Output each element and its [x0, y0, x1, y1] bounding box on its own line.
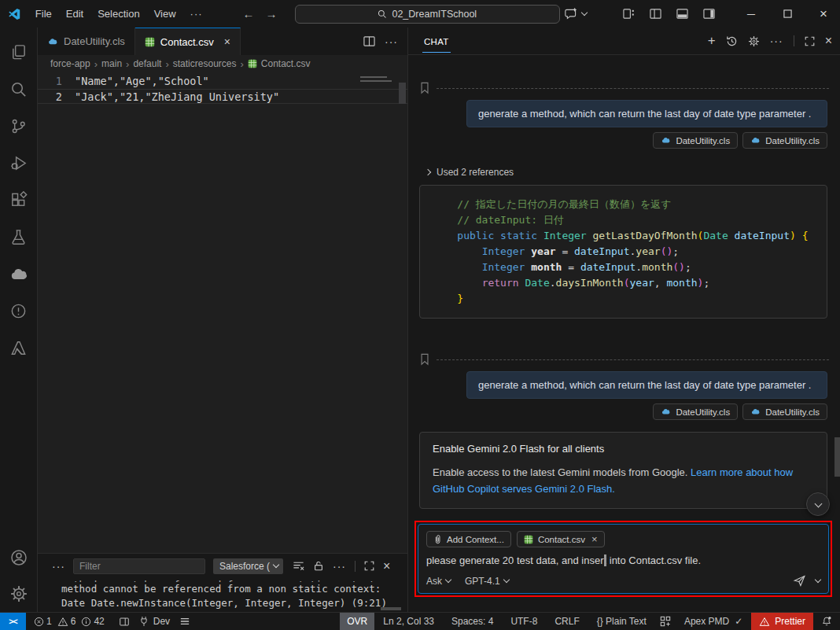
breadcrumb[interactable]: force-app› main› default› staticresource… [38, 55, 407, 72]
editor-tabs: DateUtility.cls Contact.csv × ··· [38, 28, 407, 55]
copilot-icon[interactable] [560, 4, 591, 24]
attachment-chip[interactable]: DateUtility.cls [742, 132, 827, 149]
indentation-status[interactable]: Spaces: 4 [443, 613, 502, 630]
scroll-to-bottom-button[interactable] [806, 492, 830, 516]
prettier-status[interactable]: Prettier [751, 613, 813, 630]
chat-prompt-input[interactable]: please generate 20 test data, and insert… [426, 554, 820, 566]
nav-back-icon[interactable]: ← [243, 7, 255, 20]
toggle-panel-icon[interactable] [670, 4, 694, 24]
panel-more-icon[interactable]: ··· [333, 560, 346, 573]
window-minimize-button[interactable]: ─ [735, 0, 768, 28]
used-references-toggle[interactable]: Used 2 references [426, 167, 840, 178]
eol-status[interactable]: CRLF [546, 613, 588, 630]
remote-indicator[interactable]: >< [0, 613, 26, 630]
cursor-position[interactable]: Ln 2, Col 33 [374, 613, 443, 630]
test-beaker-icon[interactable] [0, 219, 38, 256]
history-icon[interactable] [726, 35, 738, 47]
overtype-indicator[interactable]: OVR [340, 613, 374, 630]
breadcrumb-item[interactable]: Contact.csv [261, 58, 311, 69]
model-dropdown[interactable]: GPT-4.1 [465, 576, 509, 587]
context-file-chip[interactable]: Contact.csv × [517, 531, 605, 547]
user-message[interactable]: generate a method, which can return the … [466, 371, 827, 399]
chat-body: generate a method, which can return the … [408, 55, 840, 612]
window-close-button[interactable]: × [807, 0, 840, 28]
tab-chat[interactable]: CHAT [422, 30, 451, 53]
remove-context-icon[interactable]: × [591, 533, 598, 545]
split-editor-icon[interactable] [363, 35, 375, 47]
source-control-icon[interactable] [0, 108, 38, 145]
user-message[interactable]: generate a method, which can return the … [466, 100, 827, 127]
send-options-icon[interactable] [815, 577, 821, 583]
output-source-dropdown[interactable]: Salesforce ( [213, 558, 283, 574]
editor-layout-status[interactable] [114, 613, 134, 630]
warning-view-icon[interactable] [0, 293, 38, 330]
notifications-bell-icon[interactable] [813, 613, 840, 630]
minimap[interactable] [360, 76, 393, 84]
menu-edit[interactable]: Edit [59, 5, 90, 23]
breadcrumb-item[interactable]: default [133, 58, 161, 69]
settings-gear-icon[interactable] [0, 576, 38, 612]
maximize-panel-icon[interactable] [364, 561, 374, 571]
task-status[interactable] [175, 613, 195, 630]
chat-more-icon[interactable]: ··· [770, 35, 783, 47]
run-debug-icon[interactable] [0, 145, 38, 182]
azure-icon[interactable] [0, 330, 38, 367]
bookmark-icon [419, 353, 430, 366]
lock-icon[interactable] [313, 560, 324, 572]
editor-actions-more-icon[interactable]: ··· [385, 35, 398, 48]
command-center-search[interactable]: 02_DreamITSchool [295, 5, 560, 24]
chat-code-block[interactable]: // 指定した日付の月の最終日（数値）を返す // dateInput: 日付 … [419, 185, 827, 319]
menu-file[interactable]: File [28, 5, 59, 23]
editor-scrollbar[interactable] [399, 83, 406, 104]
extension-status-icon[interactable] [655, 613, 676, 630]
add-context-button[interactable]: Add Context... [426, 531, 511, 547]
chat-scrollbar[interactable] [834, 437, 840, 477]
lines-icon [179, 617, 190, 626]
chat-maximize-icon[interactable] [805, 36, 815, 46]
tab-close-icon[interactable]: × [224, 35, 230, 48]
mode-dropdown[interactable]: Ask [426, 576, 451, 587]
chat-close-icon[interactable]: × [825, 34, 832, 48]
nav-forward-icon[interactable]: → [266, 7, 278, 20]
chat-settings-gear-icon[interactable] [748, 35, 760, 47]
menu-overflow[interactable]: ··· [183, 5, 210, 23]
breadcrumb-item[interactable]: main [101, 58, 122, 69]
attachment-chip[interactable]: DateUtility.cls [653, 403, 738, 420]
send-button[interactable] [793, 574, 820, 588]
close-panel-icon[interactable]: × [383, 559, 390, 573]
encoding-status[interactable]: UTF-8 [502, 613, 546, 630]
panel-header: ··· Salesforce ( ··· × [38, 554, 407, 578]
language-mode[interactable]: {} Plain Text [588, 613, 655, 630]
tab-contact-csv[interactable]: Contact.csv × [135, 28, 241, 55]
toggle-sidebar-icon[interactable] [643, 4, 667, 24]
org-status[interactable]: Dev [134, 613, 175, 630]
window-maximize-button[interactable] [771, 0, 804, 28]
editor-line[interactable]: 1 "Name","Age","School" [38, 74, 407, 89]
attachment-chip[interactable]: DateUtility.cls [653, 132, 738, 149]
breadcrumb-item[interactable]: staticresources [173, 58, 237, 69]
tab-dateutility[interactable]: DateUtility.cls [38, 28, 135, 55]
apex-pmd-status[interactable]: Apex PMD✓ [676, 613, 751, 630]
breadcrumb-item[interactable]: force-app [50, 58, 90, 69]
salesforce-cloud-icon[interactable] [0, 256, 38, 293]
explorer-icon[interactable] [0, 34, 38, 71]
account-icon[interactable] [0, 539, 38, 576]
toggle-secondary-sidebar-icon[interactable] [697, 4, 720, 24]
new-chat-icon[interactable]: + [708, 33, 716, 49]
attachment-chip[interactable]: DateUtility.cls [742, 403, 827, 420]
clear-output-icon[interactable] [293, 560, 304, 572]
customize-layout-icon[interactable] [617, 4, 640, 24]
panel-tabs-overflow-icon[interactable]: ··· [52, 560, 65, 573]
menu-view[interactable]: View [147, 5, 183, 23]
problems-status[interactable]: 1 6 42 [26, 613, 109, 630]
editor-line-current[interactable]: 2 "Jack","21,"ZheJiang University" [38, 89, 407, 104]
menu-selection[interactable]: Selection [90, 5, 146, 23]
panel-output[interactable]: method cannot be referenced from a non s… [38, 578, 407, 612]
extensions-icon[interactable] [0, 182, 38, 219]
text-editor[interactable]: 1 "Name","Age","School" 2 "Jack","21,"Zh… [38, 72, 407, 553]
panel-hscrollbar[interactable] [381, 607, 401, 610]
search-sidebar-icon[interactable] [0, 71, 38, 108]
chat-input-box[interactable]: Add Context... Contact.csv × please gene… [418, 524, 829, 594]
code-line: Integer month = dateInput.month(); [433, 260, 814, 275]
filter-input[interactable] [73, 558, 205, 574]
